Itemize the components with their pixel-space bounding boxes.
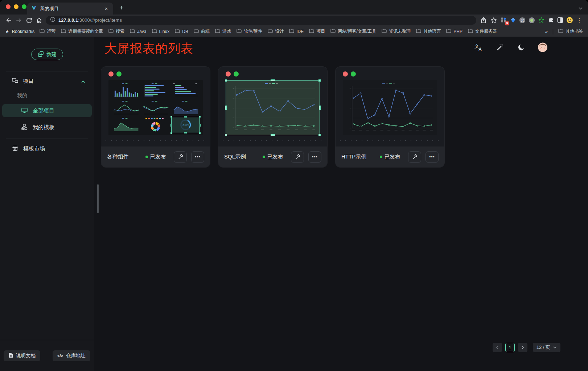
- bookmark-label: 设计: [275, 28, 284, 34]
- tab-title: 我的项目: [40, 5, 100, 12]
- tab-search-chevron-icon[interactable]: [578, 5, 583, 11]
- browser-toolbar: 127.0.0.1:3000/#/project/items 9 ⌘: [0, 15, 588, 26]
- sidebar-group-projects[interactable]: 项目: [0, 75, 94, 87]
- sidebar-divider: [6, 71, 88, 71]
- close-window-button[interactable]: [6, 4, 11, 9]
- selection-handle[interactable]: [271, 134, 275, 136]
- selection-handle[interactable]: [170, 116, 172, 118]
- card-thumbnail[interactable]: [226, 80, 320, 135]
- new-project-button[interactable]: 新建: [31, 49, 63, 60]
- selection-handle[interactable]: [318, 134, 321, 136]
- selection-handle[interactable]: [225, 134, 227, 136]
- selection-handle[interactable]: [319, 106, 321, 110]
- project-card[interactable]: 25.00% 各种组件 已发布 •••: [101, 66, 210, 168]
- share-icon[interactable]: [478, 15, 489, 25]
- bookmark-item[interactable]: Java: [130, 28, 146, 34]
- bookmarks-manager[interactable]: ★ Bookmarks: [5, 29, 34, 34]
- extension-grid-icon[interactable]: 9: [499, 16, 508, 25]
- extension-emoji-icon[interactable]: [565, 16, 574, 25]
- selection-handle[interactable]: [200, 124, 201, 127]
- selection-handle[interactable]: [184, 132, 187, 133]
- bookmark-item[interactable]: DB: [175, 28, 188, 34]
- bookmark-item[interactable]: 项目: [309, 28, 325, 34]
- bookmark-item[interactable]: 前端: [194, 28, 210, 34]
- selection-handle[interactable]: [170, 124, 172, 127]
- bookmark-item[interactable]: 软件/硬件: [237, 28, 262, 34]
- magic-wand-icon[interactable]: [495, 42, 505, 52]
- selection-handle[interactable]: [225, 79, 227, 82]
- reload-icon[interactable]: [24, 15, 34, 25]
- bookmark-star-icon[interactable]: [489, 15, 499, 25]
- extension-command-icon[interactable]: ⌘: [518, 16, 527, 25]
- selection-handle[interactable]: [170, 132, 172, 134]
- bookmarks-list: 运营近期需要读的文章搜索JavaLinuxDB前端游戏软件/硬件设计IDE项目网…: [40, 28, 540, 34]
- tab-close-icon[interactable]: ×: [103, 5, 110, 12]
- folder-icon: [268, 29, 273, 34]
- sidebar-item-my-templates[interactable]: 我的模板: [2, 121, 92, 134]
- selection-handle[interactable]: [199, 132, 201, 134]
- dark-mode-moon-icon[interactable]: [517, 42, 526, 52]
- project-card[interactable]: HTTP示例 已发布 •••: [335, 66, 445, 168]
- code-icon: </>: [57, 354, 63, 358]
- sidebar-item-template-market[interactable]: 模板市场: [2, 142, 92, 155]
- home-icon[interactable]: [34, 15, 44, 25]
- selection-handle[interactable]: [318, 79, 321, 82]
- bookmark-item[interactable]: 运营: [40, 28, 55, 34]
- extension-dot-icon[interactable]: [527, 16, 536, 25]
- ellipsis-icon: •••: [429, 155, 435, 159]
- scrollbar-thumb[interactable]: [97, 184, 99, 213]
- address-bar[interactable]: 127.0.0.1:3000/#/project/items: [46, 16, 476, 25]
- language-icon[interactable]: 文A: [474, 42, 483, 52]
- more-options-button[interactable]: •••: [308, 151, 321, 163]
- bookmark-item[interactable]: 网站/博客/文章/工具: [330, 28, 376, 34]
- browser-tab[interactable]: 我的项目 ×: [27, 3, 113, 15]
- folder-icon: [237, 29, 242, 34]
- bookmark-item[interactable]: Linux: [152, 28, 170, 34]
- bookmark-item[interactable]: 文件服务器: [468, 28, 497, 34]
- extension-gem-icon[interactable]: [508, 16, 518, 25]
- site-info-icon[interactable]: [50, 17, 55, 24]
- new-tab-button[interactable]: +: [117, 3, 126, 13]
- page-size-select[interactable]: 12 / 页: [533, 343, 560, 352]
- card-footer: HTTP示例 已发布 •••: [336, 147, 444, 167]
- next-page-button[interactable]: [518, 343, 527, 352]
- card-thumbnail[interactable]: [343, 80, 437, 135]
- bookmark-item[interactable]: 资讯未整理: [382, 28, 411, 34]
- bookmark-item[interactable]: 其他语言: [416, 28, 441, 34]
- selection-handle[interactable]: [184, 116, 187, 118]
- selection-handle[interactable]: [271, 79, 275, 81]
- edit-hammer-button[interactable]: [174, 151, 187, 163]
- current-page-button[interactable]: 1: [505, 343, 515, 352]
- edit-hammer-button[interactable]: [408, 151, 421, 163]
- more-options-button[interactable]: •••: [425, 151, 439, 163]
- bookmarks-overflow-icon[interactable]: »: [545, 29, 548, 34]
- new-project-label: 新建: [46, 51, 57, 58]
- bookmark-item[interactable]: 设计: [268, 28, 284, 34]
- edit-hammer-button[interactable]: [291, 151, 304, 163]
- repo-button[interactable]: </> 仓库地址: [53, 350, 90, 361]
- selection-handle[interactable]: [225, 106, 227, 110]
- extension-darkmode-icon[interactable]: [555, 16, 565, 25]
- more-options-button[interactable]: •••: [191, 151, 204, 163]
- bookmark-item[interactable]: PHP: [446, 28, 462, 34]
- zoom-window-button[interactable]: [22, 4, 26, 9]
- bookmark-item[interactable]: 搜索: [108, 28, 124, 34]
- selection-handle[interactable]: [199, 116, 201, 118]
- sidebar-item-all-projects[interactable]: 全部项目: [2, 104, 92, 117]
- back-icon[interactable]: [4, 15, 14, 25]
- bookmark-item[interactable]: 近期需要读的文章: [61, 28, 103, 34]
- prev-page-button[interactable]: [493, 343, 502, 352]
- docs-button[interactable]: 说明文档: [4, 350, 40, 361]
- user-avatar[interactable]: [538, 42, 547, 52]
- chevron-up-icon[interactable]: [81, 78, 85, 84]
- bookmark-item[interactable]: 游戏: [215, 28, 231, 34]
- browser-menu-kebab-icon[interactable]: ⋮: [574, 15, 584, 25]
- minimize-window-button[interactable]: [14, 4, 18, 9]
- other-bookmarks[interactable]: 其他书签: [558, 28, 583, 34]
- extension-star-icon[interactable]: [536, 16, 546, 25]
- extensions-puzzle-icon[interactable]: [546, 16, 555, 25]
- card-thumbnail[interactable]: 25.00%: [108, 80, 203, 135]
- bookmark-item[interactable]: IDE: [289, 28, 304, 34]
- forward-icon[interactable]: [14, 15, 24, 25]
- project-card[interactable]: SQL示例 已发布 •••: [218, 66, 328, 168]
